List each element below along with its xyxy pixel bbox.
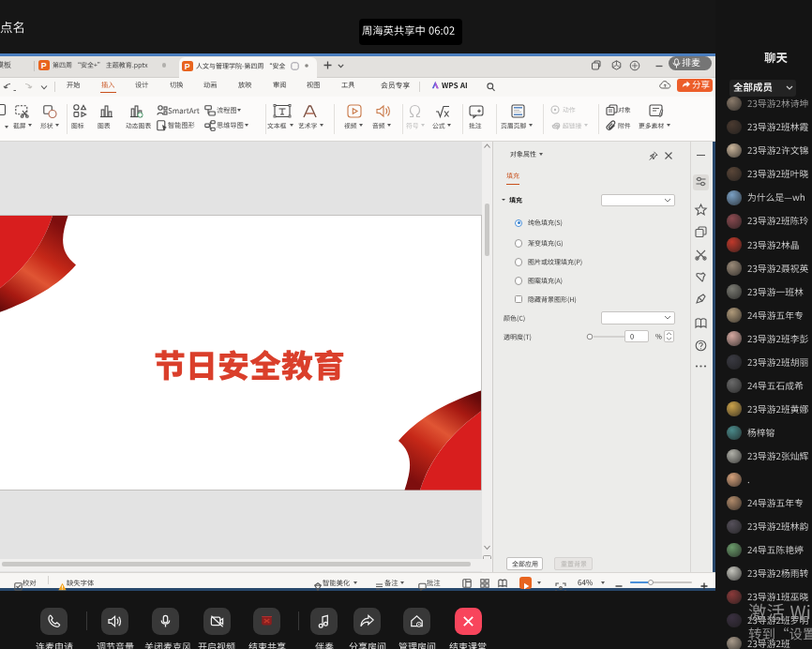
- svg-text:P: P: [41, 61, 47, 70]
- svg-text:P: P: [185, 62, 190, 71]
